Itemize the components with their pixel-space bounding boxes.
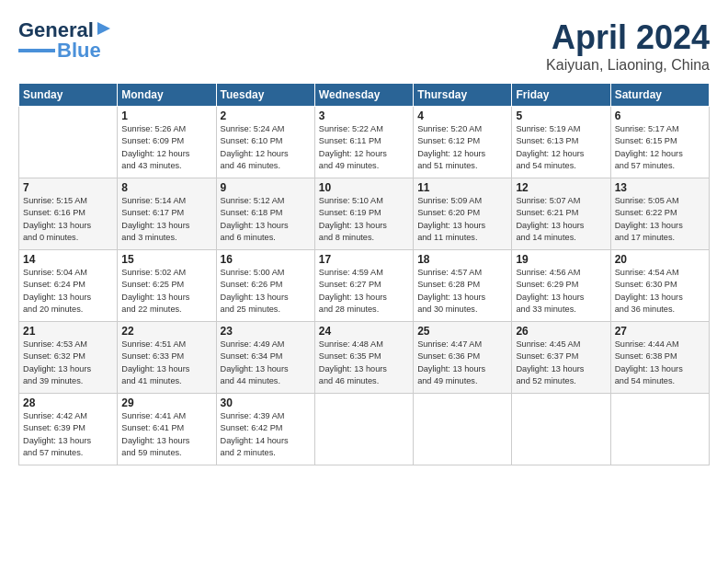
header: General Blue April 2024 Kaiyuan, Liaonin… [18, 18, 710, 74]
day-info: Sunrise: 4:57 AMSunset: 6:28 PMDaylight:… [417, 267, 507, 316]
day-info: Sunrise: 4:44 AMSunset: 6:38 PMDaylight:… [615, 339, 705, 387]
day-info: Sunrise: 4:56 AMSunset: 6:29 PMDaylight:… [516, 267, 606, 316]
day-info: Sunrise: 4:48 AMSunset: 6:35 PMDaylight:… [319, 339, 409, 387]
logo-arrow-icon [96, 20, 112, 37]
day-number: 9 [221, 181, 311, 194]
day-info: Sunrise: 4:45 AMSunset: 6:37 PMDaylight:… [516, 339, 606, 387]
day-info: Sunrise: 4:54 AMSunset: 6:30 PMDaylight:… [615, 267, 705, 316]
day-info: Sunrise: 4:59 AMSunset: 6:27 PMDaylight:… [319, 267, 409, 316]
calendar-cell: 13Sunrise: 5:05 AMSunset: 6:22 PMDayligh… [610, 178, 709, 250]
calendar-cell: 6Sunrise: 5:17 AMSunset: 6:15 PMDaylight… [610, 107, 709, 178]
calendar-cell: 17Sunrise: 4:59 AMSunset: 6:27 PMDayligh… [314, 250, 413, 322]
calendar-subtitle: Kaiyuan, Liaoning, China [546, 57, 710, 74]
logo-blue-text: Blue [57, 39, 101, 63]
day-info: Sunrise: 5:24 AMSunset: 6:10 PMDaylight:… [221, 123, 311, 172]
day-info: Sunrise: 5:15 AMSunset: 6:16 PMDaylight:… [23, 195, 113, 244]
day-info: Sunrise: 5:02 AMSunset: 6:25 PMDaylight:… [121, 267, 211, 316]
day-info: Sunrise: 5:14 AMSunset: 6:17 PMDaylight:… [121, 195, 211, 244]
calendar-cell: 16Sunrise: 5:00 AMSunset: 6:26 PMDayligh… [216, 250, 314, 322]
day-info: Sunrise: 4:47 AMSunset: 6:36 PMDaylight:… [417, 339, 507, 387]
day-info: Sunrise: 5:05 AMSunset: 6:22 PMDaylight:… [615, 195, 705, 244]
calendar-cell: 8Sunrise: 5:14 AMSunset: 6:17 PMDaylight… [118, 178, 216, 250]
day-number: 23 [221, 325, 311, 338]
calendar-week-3: 14Sunrise: 5:04 AMSunset: 6:24 PMDayligh… [19, 250, 710, 322]
day-number: 21 [23, 325, 113, 338]
day-number: 13 [615, 181, 705, 194]
day-number: 8 [121, 181, 211, 194]
day-info: Sunrise: 5:04 AMSunset: 6:24 PMDaylight:… [23, 267, 113, 316]
day-number: 11 [417, 181, 507, 194]
day-number: 24 [319, 325, 409, 338]
day-number: 15 [121, 253, 211, 266]
calendar-cell: 5Sunrise: 5:19 AMSunset: 6:13 PMDaylight… [512, 107, 610, 178]
day-info: Sunrise: 5:10 AMSunset: 6:19 PMDaylight:… [319, 195, 409, 244]
calendar-cell: 18Sunrise: 4:57 AMSunset: 6:28 PMDayligh… [414, 250, 512, 322]
calendar-cell: 4Sunrise: 5:20 AMSunset: 6:12 PMDaylight… [414, 107, 512, 178]
day-info: Sunrise: 4:41 AMSunset: 6:41 PMDaylight:… [121, 410, 211, 459]
calendar-cell: 23Sunrise: 4:49 AMSunset: 6:34 PMDayligh… [216, 322, 314, 394]
day-number: 12 [516, 181, 606, 194]
day-info: Sunrise: 5:19 AMSunset: 6:13 PMDaylight:… [516, 123, 606, 172]
calendar-cell: 10Sunrise: 5:10 AMSunset: 6:19 PMDayligh… [314, 178, 413, 250]
day-number: 25 [417, 325, 507, 338]
calendar-cell: 27Sunrise: 4:44 AMSunset: 6:38 PMDayligh… [610, 322, 709, 394]
day-number: 6 [615, 109, 705, 122]
calendar-cell: 25Sunrise: 4:47 AMSunset: 6:36 PMDayligh… [414, 322, 512, 394]
day-info: Sunrise: 4:39 AMSunset: 6:42 PMDaylight:… [221, 410, 311, 459]
calendar-cell: 9Sunrise: 5:12 AMSunset: 6:18 PMDaylight… [216, 178, 314, 250]
calendar-week-5: 28Sunrise: 4:42 AMSunset: 6:39 PMDayligh… [19, 394, 710, 465]
calendar-cell: 24Sunrise: 4:48 AMSunset: 6:35 PMDayligh… [314, 322, 413, 394]
day-number: 27 [615, 325, 705, 338]
calendar-cell: 30Sunrise: 4:39 AMSunset: 6:42 PMDayligh… [216, 394, 314, 465]
day-number: 3 [319, 109, 409, 122]
calendar-cell: 7Sunrise: 5:15 AMSunset: 6:16 PMDaylight… [19, 178, 118, 250]
day-info: Sunrise: 5:17 AMSunset: 6:15 PMDaylight:… [615, 123, 705, 172]
day-info: Sunrise: 4:49 AMSunset: 6:34 PMDaylight:… [221, 339, 311, 387]
weekday-tuesday: Tuesday [216, 84, 314, 107]
calendar-cell: 19Sunrise: 4:56 AMSunset: 6:29 PMDayligh… [512, 250, 610, 322]
calendar-cell: 3Sunrise: 5:22 AMSunset: 6:11 PMDaylight… [314, 107, 413, 178]
calendar-cell: 2Sunrise: 5:24 AMSunset: 6:10 PMDaylight… [216, 107, 314, 178]
calendar-cell: 20Sunrise: 4:54 AMSunset: 6:30 PMDayligh… [610, 250, 709, 322]
day-info: Sunrise: 5:12 AMSunset: 6:18 PMDaylight:… [221, 195, 311, 244]
weekday-thursday: Thursday [414, 84, 512, 107]
day-number: 14 [23, 253, 113, 266]
calendar-cell: 15Sunrise: 5:02 AMSunset: 6:25 PMDayligh… [118, 250, 216, 322]
day-number: 1 [121, 109, 211, 122]
calendar-cell: 21Sunrise: 4:53 AMSunset: 6:32 PMDayligh… [19, 322, 118, 394]
calendar-cell: 28Sunrise: 4:42 AMSunset: 6:39 PMDayligh… [19, 394, 118, 465]
calendar-cell: 22Sunrise: 4:51 AMSunset: 6:33 PMDayligh… [118, 322, 216, 394]
calendar-cell [414, 394, 512, 465]
day-number: 30 [221, 396, 311, 409]
logo-bar [18, 49, 55, 52]
day-info: Sunrise: 5:26 AMSunset: 6:09 PMDaylight:… [121, 123, 211, 172]
calendar-cell: 12Sunrise: 5:07 AMSunset: 6:21 PMDayligh… [512, 178, 610, 250]
day-info: Sunrise: 4:42 AMSunset: 6:39 PMDaylight:… [23, 410, 113, 459]
day-number: 22 [121, 325, 211, 338]
calendar-cell: 29Sunrise: 4:41 AMSunset: 6:41 PMDayligh… [118, 394, 216, 465]
day-number: 26 [516, 325, 606, 338]
weekday-saturday: Saturday [610, 84, 709, 107]
calendar-title: April 2024 [546, 18, 710, 57]
weekday-monday: Monday [118, 84, 216, 107]
calendar-week-1: 1Sunrise: 5:26 AMSunset: 6:09 PMDaylight… [19, 107, 710, 178]
day-number: 4 [417, 109, 507, 122]
day-number: 7 [23, 181, 113, 194]
day-number: 2 [221, 109, 311, 122]
day-info: Sunrise: 5:09 AMSunset: 6:20 PMDaylight:… [417, 195, 507, 244]
day-info: Sunrise: 5:07 AMSunset: 6:21 PMDaylight:… [516, 195, 606, 244]
logo: General Blue [18, 18, 112, 63]
day-number: 16 [221, 253, 311, 266]
title-block: April 2024 Kaiyuan, Liaoning, China [546, 18, 710, 74]
calendar-cell: 26Sunrise: 4:45 AMSunset: 6:37 PMDayligh… [512, 322, 610, 394]
calendar-cell [19, 107, 118, 178]
page: General Blue April 2024 Kaiyuan, Liaonin… [0, 0, 728, 563]
day-info: Sunrise: 5:00 AMSunset: 6:26 PMDaylight:… [221, 267, 311, 316]
weekday-wednesday: Wednesday [314, 84, 413, 107]
weekday-header-row: Sunday Monday Tuesday Wednesday Thursday… [19, 84, 710, 107]
calendar-week-2: 7Sunrise: 5:15 AMSunset: 6:16 PMDaylight… [19, 178, 710, 250]
weekday-sunday: Sunday [19, 84, 118, 107]
calendar-cell: 1Sunrise: 5:26 AMSunset: 6:09 PMDaylight… [118, 107, 216, 178]
day-number: 28 [23, 396, 113, 409]
day-info: Sunrise: 4:51 AMSunset: 6:33 PMDaylight:… [121, 339, 211, 387]
